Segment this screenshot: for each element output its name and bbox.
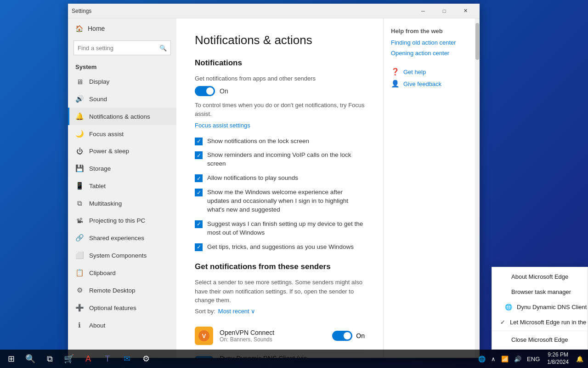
help-actions: ❓ Get help 👤 Give feedback [391,68,468,88]
minimize-button[interactable]: ─ [413,4,434,18]
storage-icon: 💾 [75,164,84,172]
opening-action-center-link[interactable]: Opening action center [391,50,468,57]
checkbox-reminders-input[interactable] [195,151,203,159]
checkbox-suggest: Suggest ways I can finish setting up my … [195,220,365,237]
app-row-openvpn[interactable]: V OpenVPN Connect On: Banners, Sounds On [195,322,365,350]
notifications-toggle[interactable] [195,86,215,96]
checkbox-suggest-input[interactable] [195,220,203,228]
checkbox-tips-input[interactable] [195,243,203,251]
context-item-label: Dynu Dynamic DNS Client [517,304,587,310]
sidebar-item-storage[interactable]: 💾 Storage [68,160,176,177]
close-button[interactable]: ✕ [455,4,476,18]
sidebar-item-remote[interactable]: ⚙ Remote Desktop [68,282,176,299]
window-controls: ─ □ ✕ [413,4,476,18]
taskbar-icon-settings[interactable]: ⚙ [137,350,155,368]
sidebar-item-label: Remote Desktop [89,287,136,294]
taskbar-icon-outlook[interactable]: ✉ [118,350,136,368]
help-panel: Help from the web Finding old action cen… [383,18,475,358]
checkbox-reminders: Show reminders and incoming VoIP calls o… [195,151,365,168]
sidebar-item-shared[interactable]: 🔗 Shared experiences [68,229,176,247]
sidebar-item-tablet[interactable]: 📱 Tablet [68,177,176,195]
context-item-dynu-dns[interactable]: 🌐 Dynu Dynamic DNS Client [492,299,588,315]
settings-window: Settings ─ □ ✕ 🏠 Home 🔍 System 🖥 Display [68,4,480,358]
clock-time: 9:26 PM [547,351,569,359]
volume-icon[interactable]: 🔊 [512,355,523,363]
toggle-on-label: On [220,87,228,95]
tablet-icon: 📱 [75,182,84,190]
taskbar-clock[interactable]: 9:26 PM 1/8/2024 [543,351,572,367]
sidebar-item-label: Focus assist [89,131,124,138]
app-info-openvpn: OpenVPN Connect On: Banners, Sounds [220,329,326,343]
home-icon: 🏠 [75,25,83,32]
checkbox-lock-screen-label: Show notifications on the lock screen [207,137,309,146]
chevron-up-icon[interactable]: ∧ [489,355,498,363]
context-item-task-manager[interactable]: Browser task manager [492,284,588,299]
get-notifications-label: Get notifications from apps and other se… [195,74,365,83]
get-help-action[interactable]: ❓ Get help [391,68,468,76]
sidebar-item-label: Tablet [89,183,106,190]
notification-bell-icon[interactable]: 🔔 [574,355,585,363]
taskbar-right: 🌐 ∧ 📶 🔊 ENG 9:26 PM 1/8/2024 🔔 [476,351,588,367]
checkbox-welcome-input[interactable] [195,189,203,196]
context-menu: About Microsoft Edge Browser task manage… [492,267,588,350]
finding-action-center-link[interactable]: Finding old action center [391,39,468,46]
taskbar-icon-acrobat[interactable]: A [79,350,97,368]
taskbar-icon-store[interactable]: 🛒 [60,350,78,368]
sort-by-label: Sort by: [195,308,215,315]
sidebar-item-label: Multitasking [89,200,122,207]
edge-taskbar-icon[interactable]: 🌐 [476,355,487,363]
senders-title: Get notifications from these senders [195,262,365,271]
sidebar-item-label: Projecting to this PC [89,217,145,224]
give-feedback-action[interactable]: 👤 Give feedback [391,80,468,88]
context-item-edge-background[interactable]: ✓ Let Microsoft Edge run in the backgrou… [492,315,588,330]
lang-label[interactable]: ENG [525,355,542,363]
sort-row: Sort by: Most recent ∨ [195,308,365,315]
sidebar-item-about[interactable]: ℹ About [68,316,176,334]
openvpn-svg: V [198,330,210,342]
scroll-thumb[interactable] [475,23,479,60]
sidebar-item-multitasking[interactable]: ⧉ Multitasking [68,195,176,212]
sidebar: 🏠 Home 🔍 System 🖥 Display 🔊 Sound 🔔 Noti… [68,18,176,358]
sidebar-item-projecting[interactable]: 📽 Projecting to this PC [68,212,176,229]
optional-icon: ➕ [75,304,84,312]
multitasking-icon: ⧉ [75,199,84,207]
sidebar-item-display[interactable]: 🖥 Display [68,73,176,90]
components-icon: ⬜ [75,251,84,259]
taskbar-icon-teams[interactable]: T [98,350,117,368]
search-taskbar-button[interactable]: 🔍 [21,350,40,368]
sidebar-item-clipboard[interactable]: 📋 Clipboard [68,264,176,282]
context-item-label: About Microsoft Edge [511,273,568,280]
sidebar-item-focus[interactable]: 🌙 Focus assist [68,125,176,143]
context-item-about-edge[interactable]: About Microsoft Edge [492,269,588,284]
sidebar-item-sound[interactable]: 🔊 Sound [68,90,176,108]
taskview-button[interactable]: ⧉ [40,350,59,368]
focus-icon: 🌙 [75,130,84,138]
sidebar-home[interactable]: 🏠 Home [68,18,176,39]
context-item-label: Close Microsoft Edge [511,336,568,343]
start-button[interactable]: ⊞ [2,350,20,368]
sort-value[interactable]: Most recent ∨ [218,308,256,315]
sidebar-item-optional[interactable]: ➕ Optional features [68,299,176,316]
sidebar-item-label: Shared experiences [89,235,144,242]
sidebar-item-power[interactable]: ⏻ Power & sleep [68,143,176,160]
sidebar-item-components[interactable]: ⬜ System Components [68,247,176,264]
projecting-icon: 📽 [75,217,84,224]
network-icon[interactable]: 📶 [499,355,510,363]
sound-icon: 🔊 [75,95,84,103]
checkbox-lock-screen-input[interactable] [195,138,203,145]
maximize-button[interactable]: □ [434,4,455,18]
notifications-section-title: Notifications [195,58,365,68]
checkbox-sounds-input[interactable] [195,174,203,182]
window-body: 🏠 Home 🔍 System 🖥 Display 🔊 Sound 🔔 Noti… [68,18,480,358]
openvpn-toggle[interactable] [332,331,352,341]
search-input[interactable] [78,45,159,52]
remote-icon: ⚙ [75,286,84,294]
focus-assist-link[interactable]: Focus assist settings [195,122,250,129]
context-item-close-edge[interactable]: Close Microsoft Edge [492,332,588,347]
search-icon[interactable]: 🔍 [159,45,167,52]
page-title: Notifications & actions [195,33,365,47]
scroll-track[interactable] [475,18,480,358]
checkbox-reminders-label: Show reminders and incoming VoIP calls o… [207,151,365,168]
give-feedback-icon: 👤 [391,80,400,88]
sidebar-item-notifications[interactable]: 🔔 Notifications & actions [68,108,176,125]
